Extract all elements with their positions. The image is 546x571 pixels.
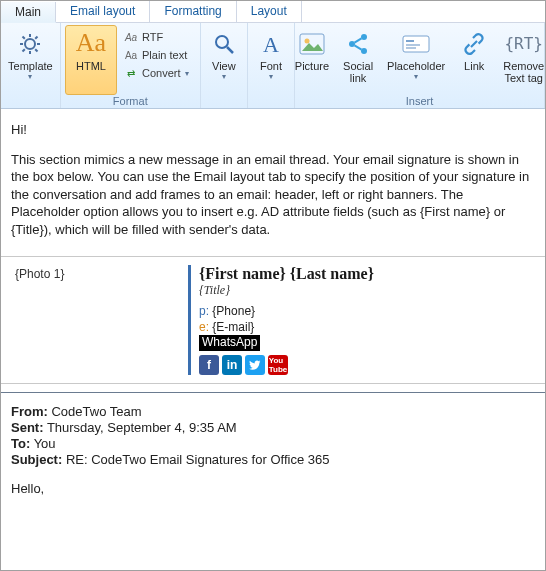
remove-text-tag-button[interactable]: {RT} Remove Text tag (496, 25, 546, 95)
picture-icon (298, 30, 326, 58)
rtf-icon: Aa (124, 30, 138, 44)
twitter-icon[interactable] (245, 355, 265, 375)
dropdown-caret-icon: ▾ (185, 69, 189, 78)
svg-text:A: A (263, 32, 279, 56)
svg-line-6 (36, 49, 38, 51)
tab-strip: Main Email layout Formatting Layout (1, 1, 545, 23)
signature-photo-placeholder[interactable]: {Photo 1} (11, 265, 191, 375)
whatsapp-link[interactable]: WhatsApp (199, 335, 260, 351)
from-value: CodeTwo Team (51, 404, 141, 419)
format-group-label: Format (61, 95, 200, 107)
youtube-icon[interactable]: YouTube (268, 355, 288, 375)
share-icon (344, 30, 372, 58)
svg-line-10 (227, 47, 233, 53)
gear-icon (16, 30, 44, 58)
sent-value: Thursday, September 4, 9:35 AM (47, 420, 237, 435)
dropdown-caret-icon: ▾ (414, 73, 418, 82)
tab-main[interactable]: Main (1, 2, 56, 23)
svg-rect-21 (406, 44, 420, 46)
tab-email-layout[interactable]: Email layout (56, 1, 150, 22)
html-label: HTML (76, 60, 106, 72)
signature-block: {Photo 1} {First name} {Last name} {Titl… (1, 256, 545, 384)
email-label: e: (199, 320, 209, 334)
svg-line-18 (355, 45, 362, 49)
link-icon (460, 30, 488, 58)
ribbon: Template ▾ Aa HTML Aa RTF Aa Plain text (1, 23, 545, 109)
svg-point-13 (304, 39, 309, 44)
plaintext-label: Plain text (142, 49, 187, 61)
view-label: View (212, 60, 236, 72)
link-label: Link (464, 60, 484, 72)
intro-paragraph: This section mimics a new message in an … (11, 151, 535, 239)
insert-group-label: Insert (295, 95, 544, 107)
convert-icon: ⇄ (124, 66, 138, 80)
facebook-icon[interactable]: f (199, 355, 219, 375)
svg-line-5 (23, 37, 25, 39)
remove-text-tag-label: Remove Text tag (503, 60, 544, 84)
picture-button[interactable]: Picture (288, 25, 336, 95)
preview-pane: Hi! This section mimics a new message in… (1, 109, 545, 516)
font-button[interactable]: A Font ▾ (249, 25, 293, 95)
remove-tag-icon: {RT} (510, 30, 538, 58)
svg-point-9 (216, 36, 228, 48)
to-value: You (34, 436, 56, 451)
svg-rect-20 (406, 40, 414, 42)
svg-rect-22 (406, 47, 416, 49)
linkedin-icon[interactable]: in (222, 355, 242, 375)
dropdown-caret-icon: ▾ (28, 73, 32, 82)
svg-point-0 (25, 39, 35, 49)
social-link-label: Social link (343, 60, 373, 84)
convert-label: Convert (142, 67, 181, 79)
dropdown-caret-icon: ▾ (222, 73, 226, 82)
svg-line-8 (36, 37, 38, 39)
social-link-button[interactable]: Social link (336, 25, 380, 95)
template-label: Template (8, 60, 53, 72)
subject-value: RE: CodeTwo Email Signatures for Office … (66, 452, 330, 467)
font-label: Font (260, 60, 282, 72)
magnifier-icon (210, 30, 238, 58)
sent-label: Sent: (11, 420, 44, 435)
svg-line-17 (355, 38, 362, 42)
phone-placeholder[interactable]: {Phone} (212, 304, 255, 318)
picture-label: Picture (295, 60, 329, 72)
plaintext-icon: Aa (124, 48, 138, 62)
font-a-icon: A (257, 30, 285, 58)
email-placeholder[interactable]: {E-mail} (212, 320, 254, 334)
html-aa-icon: Aa (76, 30, 106, 56)
tab-layout[interactable]: Layout (237, 1, 302, 22)
placeholder-icon (402, 30, 430, 58)
greeting-text: Hi! (11, 121, 535, 139)
placeholder-label: Placeholder (387, 60, 445, 72)
svg-line-7 (23, 49, 25, 51)
view-button[interactable]: View ▾ (202, 25, 246, 95)
from-label: From: (11, 404, 48, 419)
convert-button[interactable]: ⇄ Convert ▾ (121, 65, 192, 81)
quoted-message: From: CodeTwo Team Sent: Thursday, Septe… (1, 392, 545, 506)
rtf-label: RTF (142, 31, 163, 43)
placeholder-button[interactable]: Placeholder ▾ (380, 25, 452, 95)
subject-label: Subject: (11, 452, 62, 467)
signature-title[interactable]: {Title} (199, 283, 374, 298)
html-format-button[interactable]: Aa HTML (65, 25, 117, 95)
quoted-greeting: Hello, (11, 481, 535, 496)
rtf-format-button[interactable]: Aa RTF (121, 29, 192, 45)
template-button[interactable]: Template ▾ (1, 25, 60, 95)
tab-formatting[interactable]: Formatting (150, 1, 236, 22)
to-label: To: (11, 436, 30, 451)
dropdown-caret-icon: ▾ (269, 73, 273, 82)
link-button[interactable]: Link (452, 25, 496, 95)
signature-name[interactable]: {First name} {Last name} (199, 265, 374, 283)
phone-label: p: (199, 304, 209, 318)
plaintext-format-button[interactable]: Aa Plain text (121, 47, 192, 63)
